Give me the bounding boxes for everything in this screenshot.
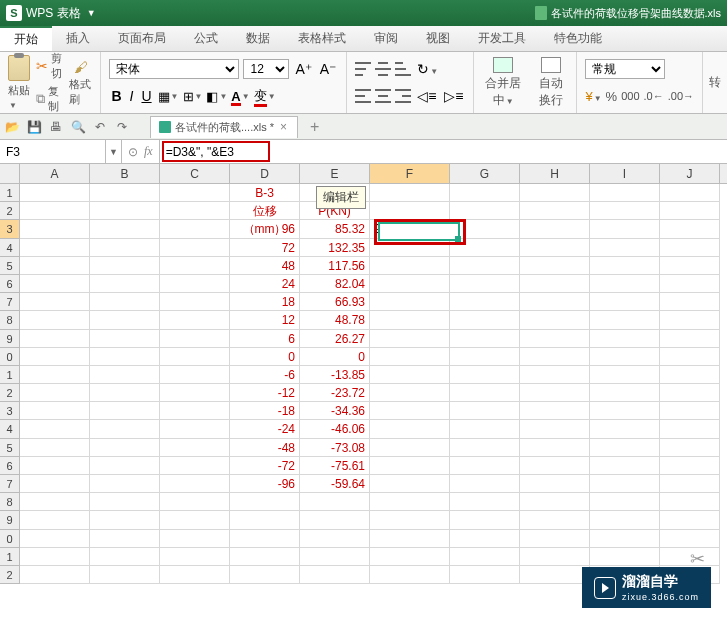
row-header[interactable]: 9 (0, 511, 20, 529)
cell-H8[interactable] (520, 311, 590, 329)
cell-A21[interactable] (20, 548, 90, 566)
cell-C3[interactable] (160, 220, 230, 238)
cell-F13[interactable] (370, 402, 450, 420)
cell-J5[interactable] (660, 257, 720, 275)
cell-D12[interactable]: -12 (230, 384, 300, 402)
convert-button[interactable]: 转 (709, 74, 721, 91)
cell-E4[interactable]: 132.35 (300, 239, 370, 257)
cell-J20[interactable] (660, 530, 720, 548)
cell-G21[interactable] (450, 548, 520, 566)
cell-F12[interactable] (370, 384, 450, 402)
cell-D13[interactable]: -18 (230, 402, 300, 420)
cell-J11[interactable] (660, 366, 720, 384)
col-header-j[interactable]: J (660, 164, 720, 183)
cell-F15[interactable] (370, 439, 450, 457)
font-color-button[interactable]: A▼ (231, 89, 249, 104)
cell-C20[interactable] (160, 530, 230, 548)
cell-D1[interactable]: B-3 (230, 184, 300, 202)
cell-J10[interactable] (660, 348, 720, 366)
row-header[interactable]: 2 (0, 566, 20, 584)
cell-D6[interactable]: 24 (230, 275, 300, 293)
col-header-i[interactable]: I (590, 164, 660, 183)
cell-A16[interactable] (20, 457, 90, 475)
tab-insert[interactable]: 插入 (52, 26, 104, 51)
cell-I15[interactable] (590, 439, 660, 457)
cell-F7[interactable] (370, 293, 450, 311)
font-size-select[interactable]: 12 (243, 59, 289, 79)
increase-decimal-button[interactable]: .0← (644, 90, 664, 102)
decrease-font-button[interactable]: A⁻ (318, 61, 338, 77)
cell-I17[interactable] (590, 475, 660, 493)
row-header[interactable]: 3 (0, 402, 20, 420)
cell-B2[interactable] (90, 202, 160, 220)
cell-E11[interactable]: -13.85 (300, 366, 370, 384)
cell-H17[interactable] (520, 475, 590, 493)
row-header[interactable]: 9 (0, 330, 20, 348)
cell-F17[interactable] (370, 475, 450, 493)
row-header[interactable]: 2 (0, 202, 20, 220)
cell-J4[interactable] (660, 239, 720, 257)
cell-F6[interactable] (370, 275, 450, 293)
cell-J15[interactable] (660, 439, 720, 457)
row-header[interactable]: 6 (0, 457, 20, 475)
cell-G1[interactable] (450, 184, 520, 202)
align-bottom-button[interactable] (395, 62, 411, 76)
col-header-h[interactable]: H (520, 164, 590, 183)
row-header[interactable]: 6 (0, 275, 20, 293)
bold-button[interactable]: B (109, 88, 123, 104)
cell-H7[interactable] (520, 293, 590, 311)
qat-undo-icon[interactable]: ↶ (92, 119, 108, 135)
cell-A17[interactable] (20, 475, 90, 493)
cell-E17[interactable]: -59.64 (300, 475, 370, 493)
cell-A4[interactable] (20, 239, 90, 257)
tab-review[interactable]: 审阅 (360, 26, 412, 51)
cell-E21[interactable] (300, 548, 370, 566)
cell-A2[interactable] (20, 202, 90, 220)
cell-H18[interactable] (520, 493, 590, 511)
cell-F21[interactable] (370, 548, 450, 566)
cell-E10[interactable]: 0 (300, 348, 370, 366)
cell-I7[interactable] (590, 293, 660, 311)
align-middle-button[interactable] (375, 62, 391, 76)
cell-I18[interactable] (590, 493, 660, 511)
cell-I8[interactable] (590, 311, 660, 329)
tab-start[interactable]: 开始 (0, 26, 52, 51)
cell-D5[interactable]: 48 (230, 257, 300, 275)
wrap-text-button[interactable]: 自动换行 (534, 57, 569, 109)
cell-D11[interactable]: -6 (230, 366, 300, 384)
row-header[interactable]: 5 (0, 257, 20, 275)
cell-A12[interactable] (20, 384, 90, 402)
cell-G17[interactable] (450, 475, 520, 493)
tab-data[interactable]: 数据 (232, 26, 284, 51)
cell-F4[interactable] (370, 239, 450, 257)
cell-J13[interactable] (660, 402, 720, 420)
comma-style-button[interactable]: 000 (621, 90, 639, 102)
cell-I19[interactable] (590, 511, 660, 529)
cut-button[interactable]: ✂剪切 (36, 51, 63, 81)
cell-B13[interactable] (90, 402, 160, 420)
qat-print-icon[interactable]: 🖶 (48, 119, 64, 135)
cell-B21[interactable] (90, 548, 160, 566)
cell-A20[interactable] (20, 530, 90, 548)
cell-C8[interactable] (160, 311, 230, 329)
cell-A3[interactable] (20, 220, 90, 238)
cell-D21[interactable] (230, 548, 300, 566)
cell-I4[interactable] (590, 239, 660, 257)
cell-reference-input[interactable] (6, 145, 99, 159)
row-header[interactable]: 0 (0, 348, 20, 366)
col-header-b[interactable]: B (90, 164, 160, 183)
cell-A19[interactable] (20, 511, 90, 529)
formula-input[interactable]: =D3&", "&E3 (160, 145, 240, 159)
cell-D2[interactable]: 位移（mm） (230, 202, 300, 220)
cell-G11[interactable] (450, 366, 520, 384)
format-painter-button[interactable]: 🖌 格式刷 (69, 59, 93, 107)
cell-I9[interactable] (590, 330, 660, 348)
cell-B18[interactable] (90, 493, 160, 511)
cell-G12[interactable] (450, 384, 520, 402)
cell-G14[interactable] (450, 420, 520, 438)
font-name-select[interactable]: 宋体 (109, 59, 239, 79)
row-header[interactable]: 8 (0, 311, 20, 329)
cell-D22[interactable] (230, 566, 300, 584)
tab-special[interactable]: 特色功能 (540, 26, 616, 51)
cell-H21[interactable] (520, 548, 590, 566)
